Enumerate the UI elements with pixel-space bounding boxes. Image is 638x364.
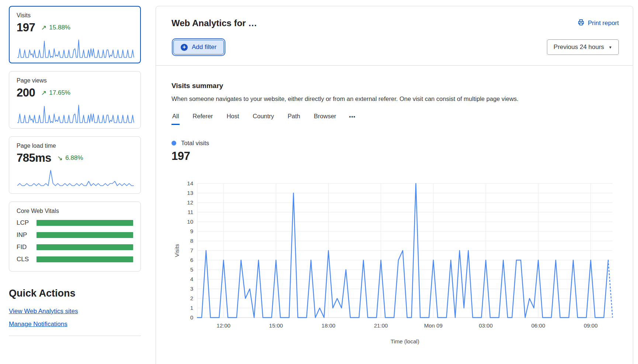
cwv-label-lcp: LCP <box>17 219 37 227</box>
svg-text:1: 1 <box>190 305 193 311</box>
svg-text:12:00: 12:00 <box>216 322 230 329</box>
visits-metric-card[interactable]: Visits 197 ↗ 15.88% <box>9 6 141 63</box>
page-title: Web Analytics for … <box>171 18 257 28</box>
cwv-bar-lcp <box>37 220 133 226</box>
pageload-sparkline <box>17 168 133 189</box>
cwv-bar-fid <box>37 244 133 250</box>
pageviews-sparkline <box>17 102 133 124</box>
pageload-trend-value: 6.88% <box>65 154 83 162</box>
dimension-tabs: All Referer Host Country Path Browser ••… <box>171 113 618 125</box>
pageviews-metric-card[interactable]: Page views 200 ↗ 17.65% <box>9 71 141 129</box>
legend-dot-icon <box>171 141 176 146</box>
print-report-button[interactable]: Print report <box>578 19 619 28</box>
pageviews-card-value: 200 <box>17 86 35 99</box>
svg-text:8: 8 <box>190 238 193 244</box>
visits-trend: ↗ 15.88% <box>41 24 70 31</box>
time-range-dropdown[interactable]: Previous 24 hours ▼ <box>547 39 619 55</box>
tab-all[interactable]: All <box>171 113 180 125</box>
tab-path[interactable]: Path <box>287 113 301 125</box>
svg-text:5: 5 <box>190 266 193 273</box>
visits-card-title: Visits <box>17 12 133 19</box>
pageload-card-title: Page load time <box>17 143 133 149</box>
svg-text:11: 11 <box>187 209 193 215</box>
svg-text:14: 14 <box>187 180 193 186</box>
visits-summary-heading: Visits summary <box>171 82 618 90</box>
add-filter-button[interactable]: + Add filter <box>173 40 224 55</box>
pageviews-card-title: Page views <box>17 77 133 84</box>
visits-sparkline <box>17 37 133 59</box>
legend-label: Total visits <box>181 140 209 147</box>
cwv-row-cls: CLS <box>17 256 133 263</box>
print-report-label: Print report <box>588 20 619 27</box>
trend-down-icon: ↘ <box>57 155 63 161</box>
pageload-card-value: 785ms <box>17 151 51 165</box>
svg-text:6: 6 <box>190 257 193 263</box>
chevron-down-icon: ▼ <box>608 45 612 49</box>
total-visits-value: 197 <box>171 150 618 163</box>
chart-legend: Total visits <box>171 140 618 147</box>
cwv-bar-cls <box>37 256 133 262</box>
tab-host[interactable]: Host <box>226 113 240 125</box>
metrics-sidebar: Visits 197 ↗ 15.88% Page views 200 ↗ 17.… <box>0 0 150 364</box>
svg-text:21:00: 21:00 <box>374 322 388 329</box>
cwv-bar-inp <box>37 232 133 238</box>
pageviews-trend: ↗ 17.65% <box>41 89 70 97</box>
core-web-vitals-title: Core Web Vitals <box>17 208 133 214</box>
printer-icon <box>578 19 585 28</box>
add-filter-label: Add filter <box>192 43 216 51</box>
time-range-value: Previous 24 hours <box>554 43 604 51</box>
visits-summary-description: When someone navigates to your website, … <box>171 95 618 102</box>
tab-referer[interactable]: Referer <box>192 113 214 125</box>
svg-text:06:00: 06:00 <box>531 322 545 329</box>
sidebar-divider <box>9 336 141 336</box>
plus-circle-icon: + <box>181 44 188 51</box>
svg-text:09:00: 09:00 <box>584 322 598 329</box>
svg-text:0: 0 <box>190 314 193 321</box>
svg-text:3: 3 <box>190 286 193 292</box>
svg-text:13: 13 <box>187 190 193 196</box>
svg-text:10: 10 <box>187 218 193 225</box>
panel-header: Web Analytics for … Print report + Add f… <box>156 6 633 66</box>
core-web-vitals-card[interactable]: Core Web Vitals LCP INP FID CLS <box>9 202 141 272</box>
visits-card-value: 197 <box>17 21 35 34</box>
tab-country[interactable]: Country <box>252 113 275 125</box>
visits-summary-section: Visits summary When someone navigates to… <box>156 66 633 347</box>
web-analytics-panel: Web Analytics for … Print report + Add f… <box>156 6 633 364</box>
svg-text:Visits: Visits <box>174 244 180 257</box>
cwv-label-cls: CLS <box>17 256 37 263</box>
svg-text:18:00: 18:00 <box>322 322 336 329</box>
cwv-row-inp: INP <box>17 231 133 239</box>
svg-text:2: 2 <box>190 295 193 301</box>
visits-trend-value: 15.88% <box>49 24 70 31</box>
quick-actions-heading: Quick Actions <box>9 288 150 299</box>
visits-line-chart: 0123456789101112131412:0015:0018:0021:00… <box>171 178 618 347</box>
pageviews-trend-value: 17.65% <box>49 89 70 97</box>
svg-text:Time (local): Time (local) <box>391 338 419 344</box>
svg-text:7: 7 <box>190 247 193 253</box>
more-tabs-ellipsis-icon[interactable]: ••• <box>349 114 356 125</box>
cwv-row-lcp: LCP <box>17 219 133 227</box>
view-web-analytics-sites-link[interactable]: View Web Analytics sites <box>9 308 78 315</box>
svg-text:4: 4 <box>190 276 193 282</box>
svg-text:12: 12 <box>187 199 193 206</box>
svg-text:9: 9 <box>190 228 193 234</box>
cwv-label-inp: INP <box>17 231 37 239</box>
trend-up-icon: ↗ <box>41 90 46 96</box>
trend-up-icon: ↗ <box>41 24 46 31</box>
pageload-metric-card[interactable]: Page load time 785ms ↘ 6.88% <box>9 136 141 194</box>
svg-text:Mon 09: Mon 09 <box>424 322 443 329</box>
tab-browser[interactable]: Browser <box>313 113 337 125</box>
manage-notifications-link[interactable]: Manage Notifications <box>9 321 67 328</box>
pageload-trend: ↘ 6.88% <box>57 154 83 162</box>
cwv-label-fid: FID <box>17 244 37 251</box>
svg-text:15:00: 15:00 <box>269 322 283 329</box>
svg-text:03:00: 03:00 <box>479 322 493 329</box>
cwv-row-fid: FID <box>17 244 133 251</box>
